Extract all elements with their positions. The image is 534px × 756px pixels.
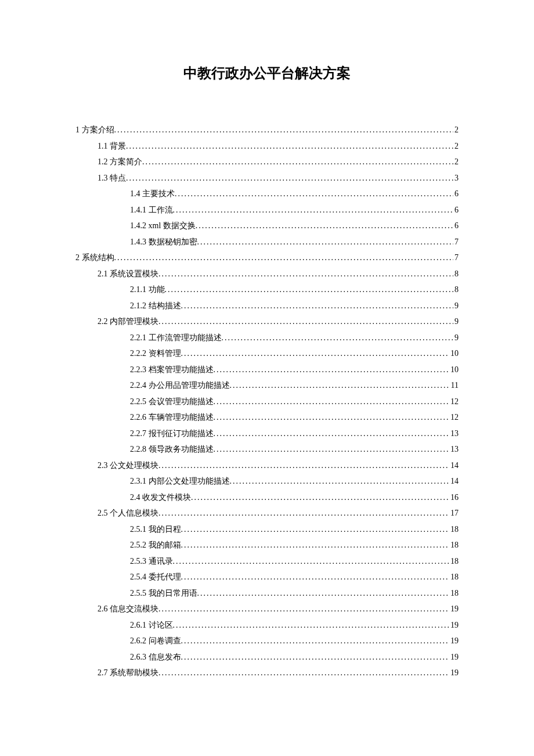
toc-leader-dots xyxy=(165,282,454,298)
toc-entry-label: 2.2.4 办公用品管理功能描述 xyxy=(130,377,230,394)
toc-entry[interactable]: 1.3 特点3 xyxy=(75,170,459,186)
toc-entry[interactable]: 2.4 收发文件模块16 xyxy=(75,489,459,506)
toc-leader-dots xyxy=(197,234,454,250)
toc-entry-label: 2.6.3 信息发布 xyxy=(130,649,181,665)
toc-entry-page: 6 xyxy=(453,202,459,218)
toc-entry-label: 2.6 信息交流模块 xyxy=(98,601,158,617)
toc-entry[interactable]: 2.5.2 我的邮箱18 xyxy=(75,537,459,553)
toc-leader-dots xyxy=(181,633,450,649)
toc-entry[interactable]: 2.2.3 档案管理功能描述10 xyxy=(75,362,459,378)
toc-entry-page: 9 xyxy=(453,298,459,314)
toc-entry-label: 2.3.1 内部公文处理功能描述 xyxy=(130,473,230,489)
toc-entry[interactable]: 2.5.3 通讯录18 xyxy=(75,553,459,570)
toc-entry[interactable]: 2.1.2 结构描述9 xyxy=(75,298,459,314)
toc-entry[interactable]: 1.4 主要技术6 xyxy=(75,186,459,202)
toc-entry[interactable]: 1.2 方案简介2 xyxy=(75,154,459,170)
toc-entry-label: 1.4.1 工作流 xyxy=(130,202,173,218)
toc-entry[interactable]: 2.5.4 委托代理18 xyxy=(75,569,459,585)
toc-entry[interactable]: 2.5 个人信息模块17 xyxy=(75,505,459,521)
toc-entry[interactable]: 2.1.1 功能8 xyxy=(75,282,459,298)
toc-leader-dots xyxy=(114,250,454,266)
toc-leader-dots xyxy=(142,154,453,170)
toc-entry-page: 9 xyxy=(453,314,459,330)
toc-entry[interactable]: 2.2.4 办公用品管理功能描述11 xyxy=(75,377,459,394)
toc-entry[interactable]: 2.2.1 工作流管理功能描述9 xyxy=(75,330,459,346)
toc-entry[interactable]: 2.1 系统设置模块8 xyxy=(75,266,459,282)
toc-entry[interactable]: 2 系统结构7 xyxy=(75,250,459,266)
toc-entry[interactable]: 2.6.3 信息发布19 xyxy=(75,649,459,665)
toc-leader-dots xyxy=(214,426,450,442)
toc-entry-page: 2 xyxy=(453,154,459,170)
toc-entry-label: 2.2.3 档案管理功能描述 xyxy=(130,362,214,378)
toc-entry-label: 2.6.2 问卷调查 xyxy=(130,633,181,649)
toc-entry-page: 6 xyxy=(453,218,459,234)
toc-entry[interactable]: 2.6.2 问卷调查19 xyxy=(75,633,459,649)
toc-entry[interactable]: 2.2.7 报刊征订功能描述13 xyxy=(75,426,459,442)
toc-entry-page: 17 xyxy=(449,505,459,521)
table-of-contents: 1 方案介绍21.1 背景21.2 方案简介21.3 特点31.4 主要技术61… xyxy=(75,122,459,681)
toc-leader-dots xyxy=(173,553,450,570)
toc-entry[interactable]: 2.3 公文处理模块14 xyxy=(75,458,459,474)
toc-entry-page: 11 xyxy=(450,377,459,394)
toc-leader-dots xyxy=(158,665,449,681)
toc-entry-label: 2.2.6 车辆管理功能描述 xyxy=(130,409,214,426)
toc-entry[interactable]: 1.4.2 xml 数据交换 6 xyxy=(75,218,459,234)
toc-entry-page: 18 xyxy=(449,537,459,553)
toc-entry-label: 2.2.2 资料管理 xyxy=(130,345,181,362)
toc-leader-dots xyxy=(214,441,450,458)
toc-entry-label: 2.1 系统设置模块 xyxy=(98,266,158,282)
toc-entry-label: 2.2.5 会议管理功能描述 xyxy=(130,394,214,410)
toc-entry-page: 19 xyxy=(449,601,459,617)
toc-entry[interactable]: 1.4.3 数据秘钥加密7 xyxy=(75,234,459,250)
toc-leader-dots xyxy=(196,218,453,234)
toc-entry-page: 13 xyxy=(449,426,459,442)
toc-leader-dots xyxy=(230,473,450,489)
toc-entry[interactable]: 2.5.1 我的日程18 xyxy=(75,521,459,538)
toc-entry-page: 19 xyxy=(449,633,459,649)
toc-entry-label: 2.2 内部管理模块 xyxy=(98,314,158,330)
toc-entry[interactable]: 1 方案介绍2 xyxy=(75,122,459,138)
toc-entry[interactable]: 2.2.5 会议管理功能描述12 xyxy=(75,394,459,410)
toc-entry-page: 14 xyxy=(449,458,459,474)
toc-entry-label: 1.4.2 xml 数据交换 xyxy=(130,218,196,234)
toc-entry[interactable]: 2.2 内部管理模块9 xyxy=(75,314,459,330)
toc-leader-dots xyxy=(158,601,449,617)
toc-entry-label: 1.2 方案简介 xyxy=(98,154,142,170)
toc-entry-page: 19 xyxy=(449,649,459,665)
toc-leader-dots xyxy=(114,122,454,138)
toc-entry-page: 2 xyxy=(453,122,459,138)
toc-entry-page: 10 xyxy=(449,345,459,362)
toc-leader-dots xyxy=(181,649,450,665)
toc-entry[interactable]: 2.3.1 内部公文处理功能描述14 xyxy=(75,473,459,489)
toc-leader-dots xyxy=(214,362,450,378)
toc-entry-label: 2.5.2 我的邮箱 xyxy=(130,537,181,553)
toc-entry-label: 1.1 背景 xyxy=(98,138,126,154)
toc-entry-page: 12 xyxy=(449,409,459,426)
toc-entry[interactable]: 1.4.1 工作流6 xyxy=(75,202,459,218)
toc-entry-label: 2.5.1 我的日程 xyxy=(130,521,181,538)
toc-entry-page: 8 xyxy=(453,266,459,282)
toc-entry[interactable]: 2.6.1 讨论区19 xyxy=(75,617,459,633)
toc-entry-label: 2.4 收发文件模块 xyxy=(130,489,191,506)
toc-entry-page: 7 xyxy=(453,250,459,266)
toc-entry-label: 2.2.1 工作流管理功能描述 xyxy=(130,330,222,346)
toc-entry-label: 1 方案介绍 xyxy=(75,122,114,138)
toc-leader-dots xyxy=(126,138,453,154)
document-page: 中教行政办公平台解决方案 1 方案介绍21.1 背景21.2 方案简介21.3 … xyxy=(0,0,534,681)
toc-entry-page: 18 xyxy=(449,569,459,585)
toc-leader-dots xyxy=(173,617,450,633)
toc-entry-page: 18 xyxy=(449,521,459,538)
toc-leader-dots xyxy=(181,569,450,585)
toc-entry[interactable]: 2.2.6 车辆管理功能描述12 xyxy=(75,409,459,426)
toc-entry[interactable]: 2.2.8 领导政务功能描述13 xyxy=(75,441,459,458)
toc-entry[interactable]: 1.1 背景2 xyxy=(75,138,459,154)
toc-entry-label: 1.4 主要技术 xyxy=(130,186,175,202)
toc-entry[interactable]: 2.6 信息交流模块19 xyxy=(75,601,459,617)
toc-entry[interactable]: 2.2.2 资料管理10 xyxy=(75,345,459,362)
toc-entry-label: 2.5.4 委托代理 xyxy=(130,569,181,585)
toc-entry-label: 2.6.1 讨论区 xyxy=(130,617,173,633)
toc-entry[interactable]: 2.7 系统帮助模块19 xyxy=(75,665,459,681)
toc-entry-page: 19 xyxy=(449,617,459,633)
toc-entry[interactable]: 2.5.5 我的日常用语18 xyxy=(75,585,459,602)
toc-entry-label: 2.7 系统帮助模块 xyxy=(98,665,158,681)
